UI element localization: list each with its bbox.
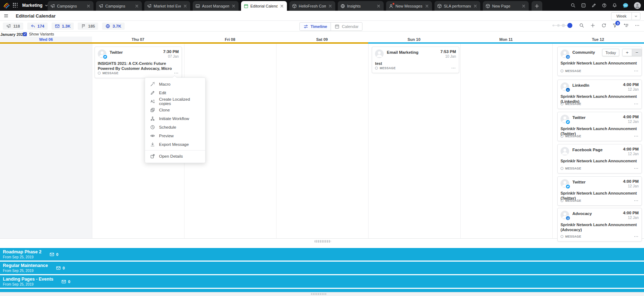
tab-sla-performanc[interactable]: SLA performanc xyxy=(434,1,480,11)
menu-item-schedule[interactable]: Schedule xyxy=(145,123,205,132)
menu-item-clone[interactable]: Clone xyxy=(145,106,205,114)
menu-item-initiate-workflow[interactable]: Initiate Workflow xyxy=(145,114,205,123)
help-icon[interactable] xyxy=(602,3,607,8)
menu-item-macro[interactable]: Macro xyxy=(145,80,205,89)
tab-new-messages[interactable]: New Messages xyxy=(386,1,432,11)
filter-count-badge: 3 xyxy=(615,21,620,25)
tab-editorial-calenda[interactable]: Editorial Calenda xyxy=(241,1,287,11)
card-footer: MESSAGE xyxy=(561,234,639,239)
campaign-row-partial[interactable] xyxy=(0,289,644,292)
view-toggle-timeline[interactable]: Timeline xyxy=(300,23,331,30)
calendar-card[interactable]: Twitter7:30 PM07 JanINSIGHTS 2021: A CX-… xyxy=(95,47,182,78)
calendar-card[interactable]: Twitter4:00 PM12 JanSprinklr Network Lau… xyxy=(557,112,642,141)
stat-globe[interactable]: 3.7K xyxy=(102,23,124,30)
card-more-options-icon[interactable] xyxy=(634,101,639,106)
zoom-in-button[interactable]: + xyxy=(623,49,632,56)
menu-item-preview[interactable]: Preview xyxy=(145,132,205,140)
close-icon[interactable] xyxy=(424,4,429,9)
card-more-options-icon[interactable] xyxy=(451,66,456,71)
close-icon[interactable] xyxy=(473,4,478,9)
linkedin-network-icon: in xyxy=(565,87,571,92)
calendar-card[interactable]: Advocacy4:00 PM12 JanSprinklr Network La… xyxy=(557,208,642,242)
day-header-fri-08[interactable]: Fri 08 xyxy=(184,37,276,42)
calendar-card[interactable]: inLinkedIn4:00 PM12 JanSprinklr Network … xyxy=(557,80,642,109)
workspace-switcher[interactable]: Marketing xyxy=(22,0,48,11)
user-avatar[interactable] xyxy=(634,2,641,9)
close-icon[interactable] xyxy=(328,4,333,9)
display-settings-icon[interactable] xyxy=(624,23,629,28)
avatar xyxy=(98,49,106,58)
zoom-slider[interactable] xyxy=(551,23,573,28)
day-header-thu-07[interactable]: Thu 07 xyxy=(92,37,184,42)
avatar-placeholder-icon xyxy=(375,49,384,58)
today-button[interactable]: Today xyxy=(602,49,619,56)
tab-campaigns[interactable]: Campaigns xyxy=(48,1,93,11)
advocacy-network-icon xyxy=(565,215,571,221)
message-status-icon xyxy=(98,72,101,75)
zoom-out-button[interactable]: − xyxy=(632,49,641,56)
day-header-wed-06[interactable]: Wed 06 xyxy=(0,37,92,42)
tab-new-page[interactable]: New Page xyxy=(483,1,529,11)
card-more-options-icon[interactable] xyxy=(634,198,639,203)
filter-icon[interactable]: 3 xyxy=(612,23,617,28)
close-icon[interactable] xyxy=(376,4,381,9)
menu-item-edit[interactable]: Edit xyxy=(145,89,205,97)
card-more-options-icon[interactable] xyxy=(634,166,639,171)
card-more-options-icon[interactable] xyxy=(634,234,639,239)
calendar-icon xyxy=(244,4,249,9)
search-icon[interactable] xyxy=(579,23,584,28)
close-icon[interactable] xyxy=(521,4,526,9)
bell-icon[interactable] xyxy=(612,3,617,8)
campaign-row-roadmap-phase-2[interactable]: Roadmap Phase 2From Sep 25, 20190 xyxy=(0,248,644,261)
day-header-sun-10[interactable]: Sun 10 xyxy=(368,37,460,42)
calendar-card[interactable]: Twitter4:00 PM12 JanSprinklr Network Lau… xyxy=(557,176,642,206)
tab-campaigns[interactable]: Campaigns xyxy=(96,1,142,11)
add-icon[interactable] xyxy=(590,23,595,28)
card-more-options-icon[interactable] xyxy=(634,134,639,139)
campaign-from-date: From Sep 25, 2019 xyxy=(3,282,53,286)
reporting-icon[interactable] xyxy=(581,3,586,8)
stat-flag[interactable]: 185 xyxy=(78,23,98,30)
tab-hellofresh-comp[interactable]: HelloFresh Comp xyxy=(289,1,335,11)
menu-item-open-details[interactable]: Open Details xyxy=(145,152,205,161)
close-icon[interactable] xyxy=(183,4,188,9)
apps-grid-icon[interactable] xyxy=(13,3,18,8)
tab-asset-manageme[interactable]: Asset Manageme xyxy=(193,1,239,11)
stat-envelope[interactable]: 1.3K xyxy=(52,23,74,30)
more-options-icon[interactable] xyxy=(635,23,640,28)
card-network-name: Twitter xyxy=(110,50,123,54)
day-header-tue-12[interactable]: Tue 12 xyxy=(552,37,644,42)
tab-market-intel-ever[interactable]: Market Intel Ever xyxy=(144,1,190,11)
chat-icon[interactable] xyxy=(623,3,629,9)
card-more-options-icon[interactable] xyxy=(634,68,639,73)
period-selector[interactable]: Week xyxy=(611,12,640,20)
day-header-mon-11[interactable]: Mon 11 xyxy=(460,37,552,42)
day-header-sat-09[interactable]: Sat 09 xyxy=(276,37,368,42)
bottom-resize-handle[interactable] xyxy=(311,293,327,295)
stat-megaphone[interactable]: 118 xyxy=(3,23,23,30)
show-variants-toggle[interactable]: ✓ Show Variants xyxy=(23,32,54,36)
campaign-row-regular-maintenance[interactable]: Regular MaintenanceFrom Sep 25, 20190 xyxy=(0,262,644,274)
compose-icon[interactable] xyxy=(591,3,596,8)
megaphone-icon xyxy=(98,4,104,9)
menu-item-create-localized-copies[interactable]: Create Localized copies xyxy=(145,97,205,106)
close-icon[interactable] xyxy=(134,4,139,9)
refresh-icon[interactable] xyxy=(601,23,606,28)
close-icon[interactable] xyxy=(279,4,284,9)
menu-item-export-message[interactable]: Export Message xyxy=(145,140,205,149)
close-icon[interactable] xyxy=(231,4,236,9)
search-icon[interactable] xyxy=(571,3,576,8)
show-variants-checkbox[interactable]: ✓ xyxy=(23,32,27,36)
view-toggle-calendar[interactable]: Calendar xyxy=(331,23,362,30)
tab-insights[interactable]: Insights xyxy=(338,1,384,11)
stat-reply[interactable]: 174 xyxy=(27,23,48,30)
panel-resize-handle[interactable] xyxy=(314,240,331,243)
calendar-card[interactable]: Email Marketing7:53 PM10 JantestMESSAGE xyxy=(372,47,459,73)
campaign-row-landing-pages-events[interactable]: Landing Pages - EventsFrom Sep 25, 20190 xyxy=(0,275,644,288)
close-icon[interactable] xyxy=(86,4,91,9)
card-type-label: MESSAGE xyxy=(102,71,119,75)
calendar-card[interactable]: Facebook Page4:00 PM12 JanSprinklr Netwo… xyxy=(557,144,642,173)
calendar-body: Twitter7:30 PM07 JanINSIGHTS 2021: A CX-… xyxy=(0,44,644,239)
hamburger-menu-icon[interactable] xyxy=(4,13,9,18)
new-tab-button[interactable] xyxy=(532,1,542,11)
